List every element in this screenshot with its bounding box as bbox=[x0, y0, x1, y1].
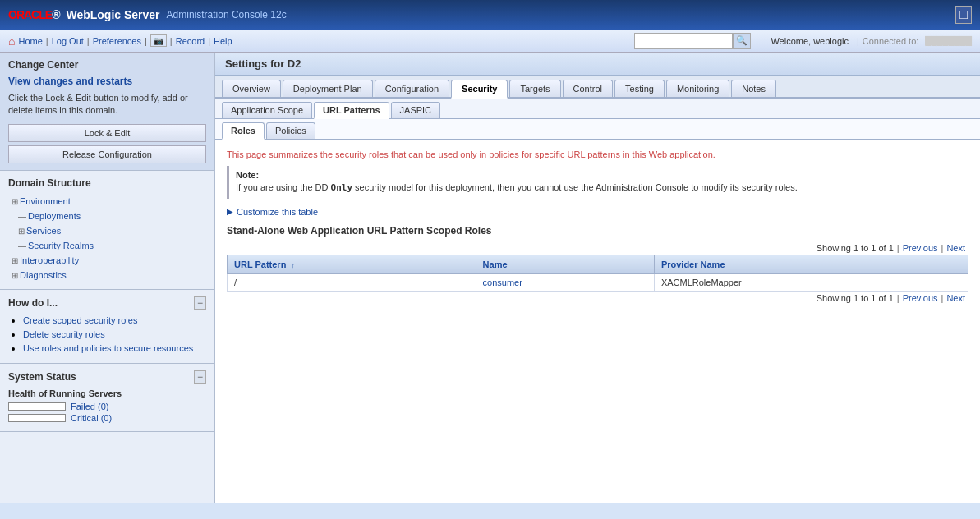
previous-top-link[interactable]: Previous bbox=[903, 243, 938, 253]
nav-help[interactable]: Help bbox=[214, 36, 232, 46]
customize-link[interactable]: ▶ Customize this table bbox=[227, 207, 968, 217]
nav-logout[interactable]: Log Out bbox=[52, 36, 84, 46]
connected-label: Connected to: bbox=[863, 36, 919, 46]
howdoi-list: Create scoped security roles Delete secu… bbox=[8, 315, 206, 354]
health-row-critical: Critical (0) bbox=[8, 413, 206, 423]
howdoi-use-roles[interactable]: Use roles and policies to secure resourc… bbox=[23, 343, 193, 353]
health-critical-link[interactable]: Critical (0) bbox=[71, 413, 112, 423]
pagination-bottom-count: Showing 1 to 1 of 1 bbox=[817, 293, 894, 303]
subtab2-roles[interactable]: Roles bbox=[222, 122, 265, 140]
col-header-name: Name bbox=[476, 255, 654, 273]
tree-link-diagnostics[interactable]: Diagnostics bbox=[20, 270, 67, 280]
domain-structure-title: Domain Structure bbox=[8, 177, 206, 189]
change-center-desc: Click the Lock & Edit button to modify, … bbox=[8, 92, 206, 117]
howdoi-create-roles[interactable]: Create scoped security roles bbox=[23, 315, 137, 325]
customize-label: Customize this table bbox=[237, 207, 318, 217]
howdoi-collapse-button[interactable]: − bbox=[194, 296, 206, 310]
tab-monitoring[interactable]: Monitoring bbox=[666, 80, 729, 97]
tab-notes[interactable]: Notes bbox=[731, 80, 776, 97]
sub-tabs: Application Scope URL Patterns JASPIC bbox=[215, 99, 980, 119]
change-center-title: Change Center bbox=[8, 59, 206, 71]
search-button[interactable]: 🔍 bbox=[733, 33, 751, 49]
content-body: This page summarizes the security roles … bbox=[215, 140, 980, 315]
header-left: ORACLE® WebLogic Server Administration C… bbox=[8, 8, 287, 21]
tree-link-environment[interactable]: Environment bbox=[20, 196, 71, 206]
tree-link-deployments[interactable]: Deployments bbox=[28, 211, 81, 221]
home-icon: ⌂ bbox=[8, 34, 15, 48]
nav-home[interactable]: Home bbox=[18, 36, 42, 46]
tree-item-security-realms: —Security Realms bbox=[8, 238, 206, 253]
tree-item-deployments: —Deployments bbox=[8, 209, 206, 223]
health-title: Health of Running Servers bbox=[8, 388, 206, 398]
tree-item-environment: ⊞Environment bbox=[8, 194, 206, 209]
tab-deployment-plan[interactable]: Deployment Plan bbox=[283, 80, 373, 97]
nav-preferences[interactable]: Preferences bbox=[93, 36, 141, 46]
tree-link-services[interactable]: Services bbox=[26, 226, 61, 236]
nav-record[interactable]: Record bbox=[176, 36, 205, 46]
system-status-collapse-button[interactable]: − bbox=[194, 370, 206, 384]
top-nav: ⌂ Home | Log Out | Preferences | 📷 | Rec… bbox=[0, 30, 980, 53]
tab-overview[interactable]: Overview bbox=[222, 80, 281, 97]
howdoi-header: How do I... − bbox=[8, 296, 206, 310]
nav-image-icon: 📷 bbox=[150, 34, 167, 47]
connected-value: ████████ bbox=[925, 36, 972, 45]
cell-name-link[interactable]: consumer bbox=[483, 278, 522, 287]
pagination-top: Showing 1 to 1 of 1 | Previous | Next bbox=[227, 241, 968, 255]
main-tabs: Overview Deployment Plan Configuration S… bbox=[215, 76, 980, 99]
howdoi-title: How do I... bbox=[8, 297, 58, 309]
customize-arrow-icon: ▶ bbox=[227, 207, 233, 216]
info-text: This page summarizes the security roles … bbox=[227, 149, 968, 159]
app-header: ORACLE® WebLogic Server Administration C… bbox=[0, 0, 980, 30]
tab-control[interactable]: Control bbox=[563, 80, 613, 97]
lock-edit-button[interactable]: Lock & Edit bbox=[8, 124, 206, 142]
health-row-failed: Failed (0) bbox=[8, 402, 206, 411]
list-item: Use roles and policies to secure resourc… bbox=[23, 342, 206, 354]
note-box: Note: If you are using the DD Only secur… bbox=[227, 166, 968, 199]
next-bottom-link[interactable]: Next bbox=[946, 293, 965, 303]
note-text: If you are using the DD Only security mo… bbox=[236, 181, 962, 195]
health-failed-link[interactable]: Failed (0) bbox=[71, 402, 108, 411]
header-right: □ bbox=[955, 6, 972, 24]
console-subtitle: Administration Console 12c bbox=[167, 9, 287, 21]
note-label: Note: bbox=[236, 170, 259, 180]
sub-tabs-2: Roles Policies bbox=[215, 119, 980, 140]
view-changes-link[interactable]: View changes and restarts bbox=[8, 76, 132, 87]
howdoi-section: How do I... − Create scoped security rol… bbox=[0, 290, 214, 364]
main-layout: Change Center View changes and restarts … bbox=[0, 53, 980, 503]
tree-item-interoperability: ⊞Interoperability bbox=[8, 253, 206, 268]
col-header-provider-name: Provider Name bbox=[654, 255, 968, 273]
domain-structure-section: Domain Structure ⊞Environment —Deploymen… bbox=[0, 171, 214, 290]
tree-link-interoperability[interactable]: Interoperability bbox=[20, 255, 79, 265]
tab-targets[interactable]: Targets bbox=[509, 80, 560, 97]
cell-provider-name: XACMLRoleMapper bbox=[654, 273, 968, 291]
subtab-jaspic[interactable]: JASPIC bbox=[391, 102, 441, 118]
tab-testing[interactable]: Testing bbox=[614, 80, 665, 97]
tab-configuration[interactable]: Configuration bbox=[375, 80, 449, 97]
maximize-button[interactable]: □ bbox=[955, 6, 972, 24]
col-header-url-pattern[interactable]: URL Pattern ↑ bbox=[228, 255, 476, 273]
pagination-top-count: Showing 1 to 1 of 1 bbox=[817, 243, 894, 253]
tree-item-diagnostics: ⊞Diagnostics bbox=[8, 268, 206, 282]
sidebar: Change Center View changes and restarts … bbox=[0, 53, 215, 503]
table-row: / consumer XACMLRoleMapper bbox=[228, 273, 968, 291]
subtab-application-scope[interactable]: Application Scope bbox=[222, 102, 312, 118]
cell-url-pattern: / bbox=[228, 273, 476, 291]
previous-bottom-link[interactable]: Previous bbox=[903, 293, 938, 303]
weblogic-title: WebLogic Server bbox=[66, 8, 159, 21]
search-input[interactable] bbox=[634, 33, 733, 49]
next-top-link[interactable]: Next bbox=[946, 243, 965, 253]
list-item: Create scoped security roles bbox=[23, 315, 206, 326]
release-config-button[interactable]: Release Configuration bbox=[8, 145, 206, 163]
tree-link-security-realms[interactable]: Security Realms bbox=[28, 241, 94, 250]
settings-header: Settings for D2 bbox=[215, 53, 980, 76]
tab-security[interactable]: Security bbox=[451, 80, 508, 99]
health-bar-critical bbox=[8, 414, 66, 422]
welcome-text: Welcome, weblogic bbox=[771, 36, 849, 46]
subtab2-policies[interactable]: Policies bbox=[266, 122, 315, 139]
health-bar-failed bbox=[8, 402, 66, 411]
pagination-bottom: Showing 1 to 1 of 1 | Previous | Next bbox=[227, 292, 968, 305]
howdoi-delete-roles[interactable]: Delete security roles bbox=[23, 329, 105, 339]
list-item: Delete security roles bbox=[23, 328, 206, 340]
subtab-url-patterns[interactable]: URL Patterns bbox=[314, 102, 389, 119]
tree-item-services: ⊞Services bbox=[8, 223, 206, 238]
